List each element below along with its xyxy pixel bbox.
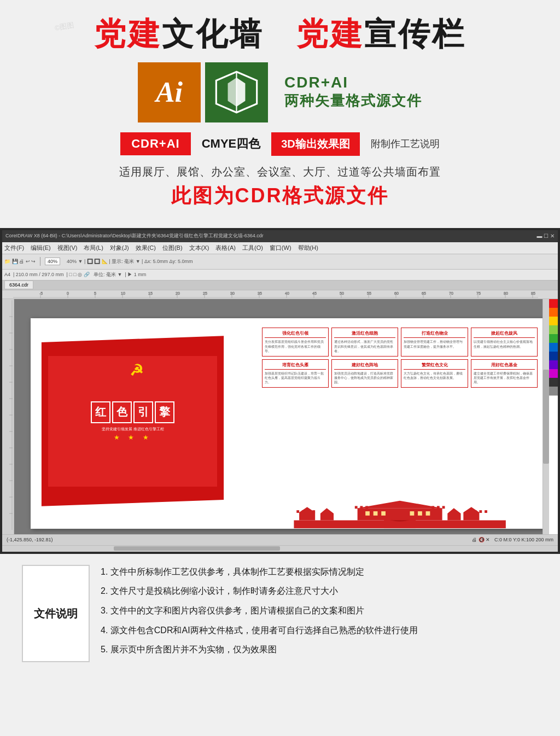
content-boxes-grid: 强化红色引领 充分发挥基层党组织战斗堡垒作用和党员先锋模范作用，强化党对各项工作… <box>259 322 541 414</box>
palette-purple[interactable] <box>549 360 558 369</box>
window-controls: ▬ ☐ ✕ <box>536 233 555 239</box>
box-text-2: 通过各种活动形式，激发广大党员的党性意识和先锋意识，使其成为红色基因传承者。 <box>334 340 395 353</box>
red-fg-block: ☭ 红 色 引 擎 坚持党建引领发展 推进红色引擎工程 ★ ★ ★ <box>48 356 217 487</box>
menu-layout[interactable]: 布局(L) <box>84 244 103 252</box>
svg-text:75: 75 <box>476 291 481 295</box>
corel-window-inner: CoreIDRAW X8 (64-Bit) - C:\Users\Adminis… <box>2 230 558 552</box>
content-box-5: 培育红色头雁 加强基层党组织书记队伍建设，培育一批红色头雁，提高基层党组织凝聚力… <box>262 359 329 388</box>
svg-rect-88 <box>410 511 414 516</box>
svg-rect-82 <box>474 510 477 513</box>
menu-effects[interactable]: 效果(C) <box>136 244 156 252</box>
note-item-4: 4. 源文件包含CDR和AI两种文件格式，使用者可自行选择自己熟悉的软件进行使用 <box>101 623 538 638</box>
note-text-2: 2. 文件尺寸是投稿比例缩小设计，制作时请务必注意尺寸大小 <box>101 586 338 595</box>
tiananmen-svg <box>267 496 532 529</box>
box-text-5: 加强基层党组织书记队伍建设，培育一批红色头雁，提高基层党组织凝聚力战斗力。 <box>265 371 326 385</box>
notes-list: 1. 文件中所标制作工艺仅供参考，具体制作工艺要根据实际情况制定 2. 文件尺寸… <box>101 565 538 662</box>
scrollbar-horizontal[interactable] <box>2 545 558 552</box>
palette-dark[interactable] <box>549 378 558 387</box>
box-title-1: 强化红色引领 <box>265 330 326 338</box>
corel-window: CoreIDRAW X8 (64-Bit) - C:\Users\Adminis… <box>0 228 560 554</box>
svg-rect-78 <box>365 506 368 509</box>
ruler-svg: -5 0 5 10 15 20 25 30 35 40 45 50 55 60 … <box>13 290 538 298</box>
svg-text:65: 65 <box>422 291 426 295</box>
cdr-source-title: 此图为CDR格式源文件 <box>22 183 538 209</box>
menu-tools[interactable]: 工具(O) <box>242 244 263 252</box>
box-title-2: 激活红色细胞 <box>334 330 395 338</box>
note-item-1: 1. 文件中所标制作工艺仅供参考，具体制作工艺要根据实际情况制定 <box>101 565 538 579</box>
stars-row: ★ ★ ★ <box>114 434 152 441</box>
scrollbar-thumb-v[interactable] <box>543 370 549 464</box>
svg-text:60: 60 <box>394 291 399 295</box>
svg-rect-73 <box>302 510 305 513</box>
title-black-1: 文化墙 <box>162 16 264 51</box>
svg-text:80: 80 <box>504 291 508 295</box>
palette-blue[interactable] <box>549 343 558 352</box>
corel-statusbar: (-1,425.850, -192.81) 🖨 🔇 ✕ C:0 M:0 Y:0 … <box>2 534 558 545</box>
status-icons: 🖨 🔇 ✕ <box>472 537 490 542</box>
menu-window[interactable]: 窗口(W) <box>270 244 291 252</box>
svg-text:20: 20 <box>176 291 180 295</box>
svg-rect-85 <box>365 511 370 516</box>
color-palette[interactable] <box>549 299 558 534</box>
hammer-sickle-symbol: ☭ <box>130 361 143 379</box>
status-color: C:0 M:0 Y:0 K:100 200 mm <box>494 537 553 542</box>
svg-text:10: 10 <box>121 291 125 295</box>
right-design: 强化红色引领 充分发挥基层党组织战斗堡垒作用和党员先锋模范作用，强化党对各项工作… <box>253 318 547 529</box>
scrollbar-vertical[interactable] <box>542 299 549 534</box>
svg-rect-79 <box>431 506 434 509</box>
svg-text:0: 0 <box>67 291 69 295</box>
palette-orange[interactable] <box>549 308 558 317</box>
palette-navy[interactable] <box>549 352 558 360</box>
menu-text[interactable]: 文本(X) <box>189 244 209 252</box>
doc-size-label: A4 | 210.0 mm / 297.0 mm | □ □ ◎ 🔗 单位: 毫… <box>4 271 146 278</box>
menu-object[interactable]: 对象(J) <box>110 244 129 252</box>
corel-toolbar2: A4 | 210.0 mm / 297.0 mm | □ □ ◎ 🔗 单位: 毫… <box>2 270 558 281</box>
icons-row: Ai CDR+AI 两种矢量格式源文件 <box>22 62 538 122</box>
ai-icon: Ai <box>138 62 201 122</box>
format-text: CDR+AI 两种矢量格式源文件 <box>284 74 422 110</box>
svg-text:45: 45 <box>312 291 317 295</box>
title-black-2: 宣传栏 <box>364 16 466 51</box>
palette-gray[interactable] <box>549 387 558 395</box>
svg-rect-90 <box>425 511 430 516</box>
menu-file[interactable]: 文件(F) <box>4 244 24 252</box>
svg-text:-5: -5 <box>39 291 43 295</box>
doc-tab[interactable]: 6364.cdr <box>4 281 33 289</box>
palette-green-light[interactable] <box>549 325 558 334</box>
scrollbar-thumb-h[interactable] <box>114 546 280 551</box>
menu-help[interactable]: 帮助(H) <box>298 244 318 252</box>
content-box-2: 激活红色细胞 通过各种活动形式，激发广大党员的党性意识和先锋意识，使其成为红色基… <box>331 328 398 356</box>
status-right: 🖨 🔇 ✕ C:0 M:0 Y:0 K:100 200 mm <box>472 537 553 542</box>
palette-green[interactable] <box>549 334 558 343</box>
sub-slogan-text: 坚持党建引领发展 推进红色引擎工程 <box>102 427 164 432</box>
corel-menubar[interactable]: 文件(F) 编辑(E) 视图(V) 布局(L) 对象(J) 效果(C) 位图(B… <box>2 242 558 254</box>
svg-rect-89 <box>418 511 422 516</box>
design-content: ☭ 红 色 引 擎 坚持党建引领发展 推进红色引擎工程 ★ ★ ★ <box>31 318 547 529</box>
svg-rect-68 <box>447 513 460 521</box>
zoom-input[interactable]: 40% <box>45 258 60 265</box>
palette-red[interactable] <box>549 299 558 308</box>
svg-text:15: 15 <box>148 291 153 295</box>
palette-white[interactable] <box>549 395 558 534</box>
note-text-4: 4. 源文件包含CDR和AI两种文件格式，使用者可自行选择自己熟悉的软件进行使用 <box>101 626 418 635</box>
palette-yellow[interactable] <box>549 317 558 325</box>
svg-rect-4 <box>13 290 538 298</box>
slogan-char-2: 色 <box>112 401 132 423</box>
svg-rect-86 <box>374 511 378 516</box>
svg-marker-69 <box>447 508 460 513</box>
box-text-8: 建立健全党建工作经费保障机制，确保基层党建工作有效开展，发挥红色基金作用。 <box>474 371 535 385</box>
box-title-8: 用好红色基金 <box>474 362 535 370</box>
menu-edit[interactable]: 编辑(E) <box>31 244 51 252</box>
menu-table[interactable]: 表格(A) <box>215 244 236 252</box>
main-title: 党建文化墙 党建宣传栏 <box>22 16 538 51</box>
note-item-5: 5. 展示页中所含图片并不为实物，仅为效果图 <box>101 642 538 657</box>
svg-text:40: 40 <box>285 291 289 295</box>
palette-magenta[interactable] <box>549 369 558 378</box>
menu-bitmap[interactable]: 位图(B) <box>162 244 183 252</box>
tiananmen-container <box>253 496 547 529</box>
top-section: ©图图 党建文化墙 党建宣传栏 Ai CDR+AI <box>0 0 560 228</box>
menu-view[interactable]: 视图(V) <box>57 244 78 252</box>
svg-marker-2 <box>228 78 237 107</box>
svg-marker-71 <box>357 500 442 508</box>
svg-text:50: 50 <box>340 291 344 295</box>
